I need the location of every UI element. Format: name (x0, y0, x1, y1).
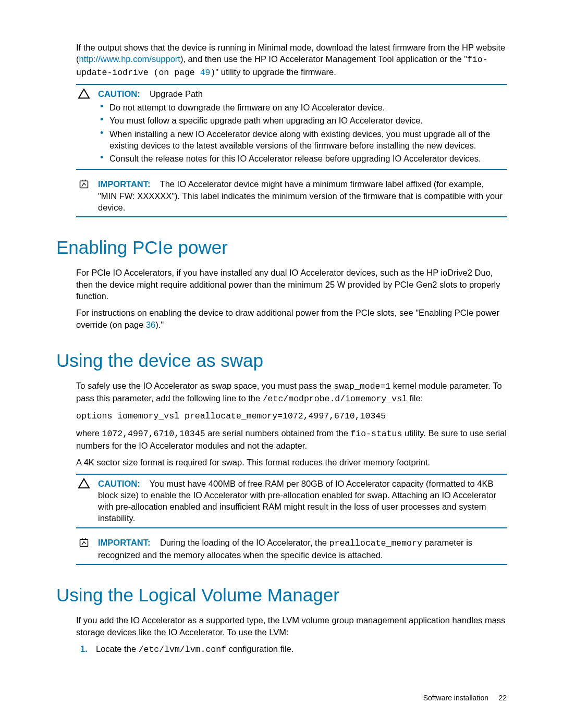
heading-pcie-power: Enabling PCIe power (56, 235, 507, 260)
list-item: When installing a new IO Accelerator dev… (109, 128, 504, 152)
paragraph: For PCIe IO Accelerators, if you have in… (76, 267, 507, 302)
important-label: IMPORTANT: (98, 179, 151, 189)
caution-title-text: Upgrade Path (150, 89, 203, 98)
important-icon (76, 537, 90, 561)
caution-text: You must have 400MB of free RAM per 80GB… (98, 479, 496, 523)
page-ref-link[interactable]: 36 (146, 320, 155, 329)
text: file: (407, 393, 423, 403)
page-ref-link[interactable]: 49 (200, 68, 211, 78)
caution-title: CAUTION: Upgrade Path (98, 88, 504, 100)
intro-paragraph: If the output shows that the device is r… (76, 42, 507, 79)
list-item: Consult the release notes for this IO Ac… (109, 153, 504, 164)
important-block: IMPORTANT: The IO Accelerator device mig… (76, 175, 507, 217)
code-text: fio-status (350, 429, 402, 439)
caution-block: CAUTION: You must have 400MB of free RAM… (76, 474, 507, 528)
code-text: swap_mode=1 (334, 381, 390, 391)
code-text: /etc/lvm/lvm.conf (139, 645, 226, 655)
paragraph: A 4K sector size format is required for … (76, 456, 507, 468)
paragraph: where 1072,4997,6710,10345 are serial nu… (76, 427, 507, 452)
text: )." (155, 320, 164, 329)
step-number: 1. (80, 643, 88, 655)
text: Locate the (96, 644, 139, 653)
caution-block: CAUTION: Upgrade Path Do not attempt to … (76, 84, 507, 170)
important-text: The IO Accelerator device might have a m… (98, 179, 503, 212)
paragraph: If you add the IO Accelerator as a suppo… (76, 614, 507, 638)
important-block: IMPORTANT: During the loading of the IO … (76, 534, 507, 565)
caution-icon (76, 88, 90, 166)
heading-lvm: Using the Logical Volume Manager (56, 583, 507, 607)
numbered-list: 1. Locate the /etc/lvm/lvm.conf configur… (76, 643, 507, 656)
heading-device-swap: Using the device as swap (56, 348, 507, 373)
text: For instructions on enabling the device … (76, 308, 499, 329)
footer-page-number: 22 (498, 694, 507, 702)
hp-support-link[interactable]: http://www.hp.com/support (79, 54, 180, 64)
code-text: /etc/modprobe.d/iomemory_vsl (263, 394, 407, 404)
caution-label: CAUTION: (98, 479, 140, 488)
svg-rect-0 (80, 181, 88, 188)
code-block: options iomemory_vsl preallocate_memory=… (76, 411, 507, 422)
list-item: Do not attempt to downgrade the firmware… (109, 102, 504, 113)
text: configuration file. (226, 644, 293, 653)
text: To safely use the IO Accelerator as swap… (76, 381, 334, 390)
caution-icon (76, 478, 90, 524)
paragraph: To safely use the IO Accelerator as swap… (76, 380, 507, 405)
svg-rect-1 (80, 539, 88, 546)
caution-list: Do not attempt to downgrade the firmware… (98, 102, 504, 164)
important-label: IMPORTANT: (98, 538, 151, 547)
text: are serial numbers obtained from the (205, 428, 351, 438)
footer-label: Software installation (423, 694, 488, 702)
text: " utility to upgrade the firmware. (215, 67, 336, 77)
code-text: ) (210, 68, 215, 78)
code-text: preallocate_memory (329, 538, 422, 548)
page-footer: Software installation 22 (423, 693, 507, 703)
paragraph: For instructions on enabling the device … (76, 307, 507, 330)
text: where (76, 428, 102, 438)
code-text: 1072,4997,6710,10345 (102, 429, 205, 439)
important-icon (76, 178, 90, 213)
text: ), and then use the HP IO Accelerator Ma… (180, 54, 467, 64)
text: During the loading of the IO Accelerator… (160, 538, 329, 547)
list-item: 1. Locate the /etc/lvm/lvm.conf configur… (96, 643, 507, 656)
list-item: You must follow a specific upgrade path … (109, 115, 504, 126)
caution-label: CAUTION: (98, 89, 140, 98)
